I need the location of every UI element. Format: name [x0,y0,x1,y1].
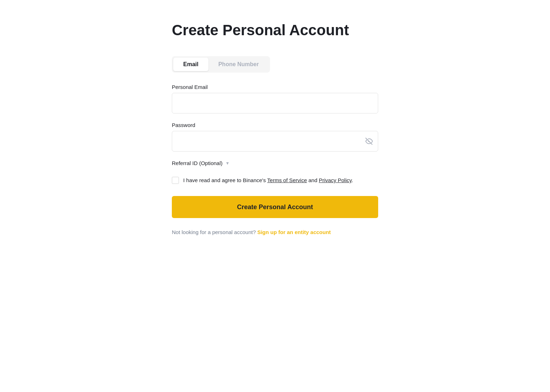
privacy-link[interactable]: Privacy Policy [319,177,351,183]
email-field-group: Personal Email [172,84,378,113]
tab-email[interactable]: Email [173,58,208,71]
terms-text: I have read and agree to Binance's Terms… [183,176,353,185]
referral-chevron-icon: ▼ [226,161,230,166]
page-title: Create Personal Account [172,21,349,39]
referral-row[interactable]: Referral ID (Optional) ▼ [172,160,229,166]
password-label: Password [172,122,378,128]
tab-phone[interactable]: Phone Number [208,58,269,71]
password-wrapper [172,131,378,152]
terms-link[interactable]: Terms of Service [267,177,307,183]
terms-checkbox-row: I have read and agree to Binance's Terms… [172,176,378,185]
toggle-password-icon[interactable] [365,137,373,145]
email-label: Personal Email [172,84,378,90]
form-container: Create Personal Account Email Phone Numb… [172,21,378,237]
create-account-button[interactable]: Create Personal Account [172,196,378,218]
tab-switcher: Email Phone Number [172,56,270,73]
password-input[interactable] [172,131,378,152]
password-field-group: Password [172,122,378,152]
entity-account-link[interactable]: Sign up for an entity account [257,229,331,235]
footer-text: Not looking for a personal account? Sign… [172,228,331,237]
referral-label: Referral ID (Optional) [172,160,223,166]
email-input[interactable] [172,93,378,113]
terms-checkbox[interactable] [172,177,179,184]
